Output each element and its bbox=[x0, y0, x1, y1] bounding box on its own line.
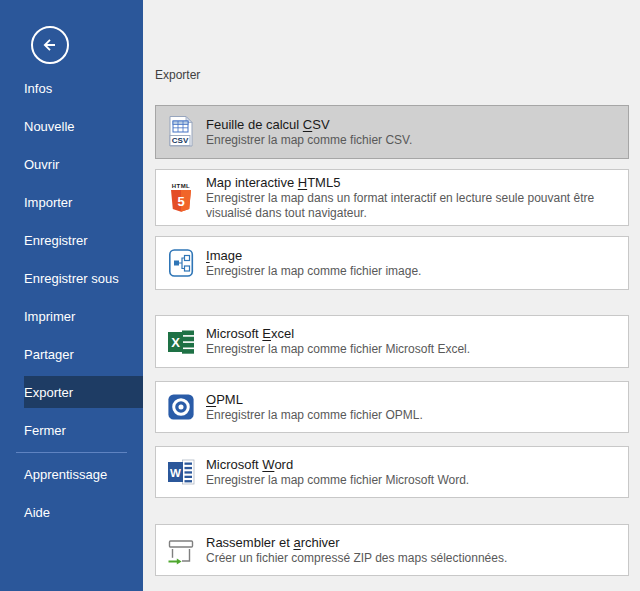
tile-text: Microsoft Word Enregistrer la map comme … bbox=[206, 457, 620, 488]
opml-icon bbox=[166, 390, 196, 424]
svg-text:CSV: CSV bbox=[172, 136, 189, 145]
export-option-description: Enregistrer la map dans un format intera… bbox=[206, 191, 620, 221]
backstage-sidebar: Infos Nouvelle Ouvrir Importer Enregistr… bbox=[0, 0, 143, 591]
export-section-title: Exporter bbox=[155, 67, 200, 83]
export-option-csv[interactable]: CSV Feuille de calcul CSV Enregistrer la… bbox=[155, 105, 629, 159]
export-option-archive[interactable]: Rassembler et archiver Créer un fichier … bbox=[155, 524, 629, 576]
export-option-image[interactable]: Image Enregistrer la map comme fichier i… bbox=[155, 236, 629, 290]
sidebar-divider bbox=[16, 452, 127, 453]
export-option-title: Microsoft Word bbox=[206, 457, 620, 473]
tile-text: Map interactive HTML5 Enregistrer la map… bbox=[206, 175, 620, 221]
tile-text: Feuille de calcul CSV Enregistrer la map… bbox=[206, 117, 620, 148]
tile-text: Microsoft Excel Enregistrer la map comme… bbox=[206, 326, 620, 357]
sidebar-item-nouvelle[interactable]: Nouvelle bbox=[0, 107, 143, 145]
image-export-icon bbox=[166, 246, 196, 280]
export-option-description: Enregistrer la map comme fichier image. bbox=[206, 264, 620, 279]
excel-icon: X bbox=[166, 325, 196, 359]
svg-text:X: X bbox=[171, 334, 180, 349]
export-option-opml[interactable]: OPML Enregistrer la map comme fichier OP… bbox=[155, 381, 629, 433]
sidebar-item-enregistrer-sous[interactable]: Enregistrer sous bbox=[0, 259, 143, 297]
svg-text:W: W bbox=[170, 467, 181, 479]
word-icon: W bbox=[166, 455, 196, 489]
export-option-title: Feuille de calcul CSV bbox=[206, 117, 620, 133]
export-option-description: Créer un fichier compressé ZIP des maps … bbox=[206, 551, 620, 566]
export-option-title: OPML bbox=[206, 392, 620, 408]
export-option-excel[interactable]: X Microsoft Excel Enregistrer la map com… bbox=[155, 315, 629, 368]
export-option-title: Microsoft Excel bbox=[206, 326, 620, 342]
csv-file-icon: CSV bbox=[166, 115, 196, 149]
sidebar-item-ouvrir[interactable]: Ouvrir bbox=[0, 145, 143, 183]
tile-text: Image Enregistrer la map comme fichier i… bbox=[206, 248, 620, 279]
export-option-title: Image bbox=[206, 248, 620, 264]
tile-text: Rassembler et archiver Créer un fichier … bbox=[206, 535, 620, 566]
export-option-title: Map interactive HTML5 bbox=[206, 175, 620, 191]
export-option-description: Enregistrer la map comme fichier Microso… bbox=[206, 473, 620, 488]
back-button[interactable] bbox=[31, 26, 69, 64]
export-option-description: Enregistrer la map comme fichier CSV. bbox=[206, 133, 620, 148]
sidebar-item-exporter[interactable]: Exporter bbox=[0, 373, 143, 411]
export-options-list: CSV Feuille de calcul CSV Enregistrer la… bbox=[155, 105, 629, 576]
svg-text:HTML: HTML bbox=[172, 182, 190, 188]
sidebar-item-infos[interactable]: Infos bbox=[0, 69, 143, 107]
html5-icon: HTML 5 bbox=[166, 181, 196, 215]
sidebar-item-importer[interactable]: Importer bbox=[0, 183, 143, 221]
tile-text: OPML Enregistrer la map comme fichier OP… bbox=[206, 392, 620, 423]
export-option-title: Rassembler et archiver bbox=[206, 535, 620, 551]
sidebar-item-enregistrer[interactable]: Enregistrer bbox=[0, 221, 143, 259]
export-option-html5[interactable]: HTML 5 Map interactive HTML5 Enregistrer… bbox=[155, 169, 629, 226]
sidebar-item-aide[interactable]: Aide bbox=[0, 493, 143, 531]
sidebar-item-imprimer[interactable]: Imprimer bbox=[0, 297, 143, 335]
sidebar-item-apprentissage[interactable]: Apprentissage bbox=[0, 455, 143, 493]
gather-archive-icon bbox=[166, 533, 196, 567]
export-option-word[interactable]: W Microsoft Word Enregistrer la map comm… bbox=[155, 446, 629, 498]
back-arrow-icon bbox=[40, 35, 60, 55]
sidebar-menu: Infos Nouvelle Ouvrir Importer Enregistr… bbox=[0, 69, 143, 531]
sidebar-item-fermer[interactable]: Fermer bbox=[0, 411, 143, 449]
export-option-description: Enregistrer la map comme fichier OPML. bbox=[206, 408, 620, 423]
sidebar-item-partager[interactable]: Partager bbox=[0, 335, 143, 373]
export-option-description: Enregistrer la map comme fichier Microso… bbox=[206, 342, 620, 357]
svg-text:5: 5 bbox=[177, 194, 184, 209]
